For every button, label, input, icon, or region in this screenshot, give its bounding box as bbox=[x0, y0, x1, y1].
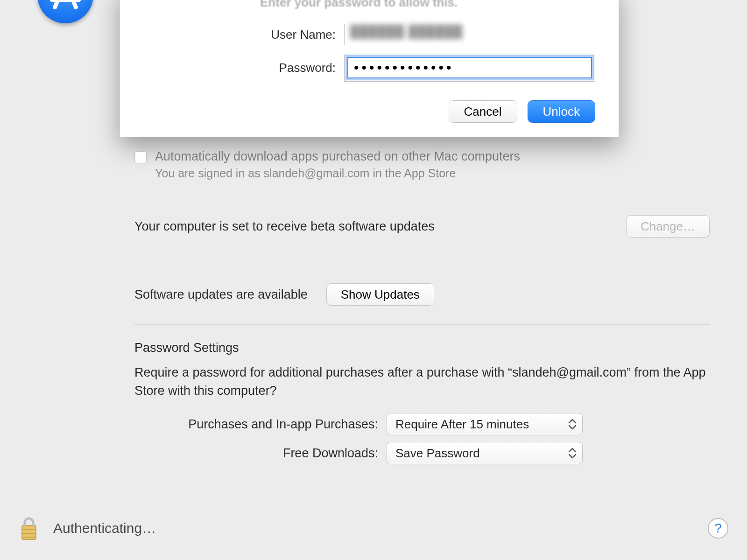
auth-sheet: Enter your password to allow this. User … bbox=[120, 0, 619, 137]
auth-prompt: Enter your password to allow this. bbox=[260, 0, 595, 10]
footer: Authenticating… ? bbox=[0, 515, 747, 541]
free-downloads-label: Free Downloads: bbox=[134, 446, 387, 461]
password-settings-desc: Require a password for additional purcha… bbox=[134, 364, 710, 400]
purchases-row: Purchases and In-app Purchases: Require … bbox=[134, 413, 710, 435]
auth-status: Authenticating… bbox=[53, 520, 156, 536]
username-label: User Name: bbox=[143, 28, 344, 42]
password-settings-title: Password Settings bbox=[134, 341, 710, 355]
beta-row: Your computer is set to receive beta sof… bbox=[134, 215, 710, 238]
appstore-icon bbox=[37, 0, 93, 23]
unlock-button[interactable]: Unlock bbox=[528, 100, 595, 123]
signed-in-text: You are signed in as slandeh@gmail.com i… bbox=[155, 167, 710, 180]
help-button[interactable]: ? bbox=[708, 518, 728, 539]
purchases-select[interactable]: Require After 15 minutes bbox=[387, 413, 583, 435]
auto-download-checkbox[interactable] bbox=[134, 151, 147, 163]
username-row: User Name: ██████ ██████ bbox=[143, 24, 595, 45]
password-row: Password: ••••••••••••• bbox=[143, 54, 595, 82]
auto-download-row: Automatically download apps purchased on… bbox=[134, 149, 710, 164]
password-focus-ring: ••••••••••••• bbox=[344, 54, 595, 82]
updates-row: Software updates are available Show Upda… bbox=[134, 283, 710, 306]
beta-text: Your computer is set to receive beta sof… bbox=[134, 219, 435, 234]
change-button[interactable]: Change… bbox=[626, 215, 710, 238]
preferences-pane: Automatically download apps purchased on… bbox=[0, 149, 747, 471]
lock-icon[interactable] bbox=[19, 515, 39, 541]
auth-buttons: Cancel Unlock bbox=[143, 100, 595, 123]
auto-download-label: Automatically download apps purchased on… bbox=[155, 149, 520, 164]
cancel-button[interactable]: Cancel bbox=[449, 100, 517, 123]
divider-1 bbox=[134, 199, 710, 199]
username-input[interactable]: ██████ ██████ bbox=[344, 24, 595, 45]
svg-rect-3 bbox=[22, 529, 35, 530]
password-input[interactable]: ••••••••••••• bbox=[347, 57, 592, 78]
chevron-updown-icon bbox=[567, 418, 578, 431]
updates-text: Software updates are available bbox=[134, 287, 308, 302]
chevron-updown-icon bbox=[567, 447, 578, 460]
password-label: Password: bbox=[143, 61, 344, 75]
svg-rect-5 bbox=[22, 537, 35, 538]
purchases-value: Require After 15 minutes bbox=[395, 417, 529, 432]
free-downloads-row: Free Downloads: Save Password bbox=[134, 442, 710, 464]
purchases-label: Purchases and In-app Purchases: bbox=[134, 417, 387, 432]
free-downloads-value: Save Password bbox=[395, 446, 480, 461]
free-downloads-select[interactable]: Save Password bbox=[387, 442, 583, 464]
svg-rect-4 bbox=[22, 533, 35, 534]
password-dots: ••••••••••••• bbox=[354, 60, 454, 76]
divider-2 bbox=[134, 324, 710, 325]
show-updates-button[interactable]: Show Updates bbox=[326, 283, 434, 306]
